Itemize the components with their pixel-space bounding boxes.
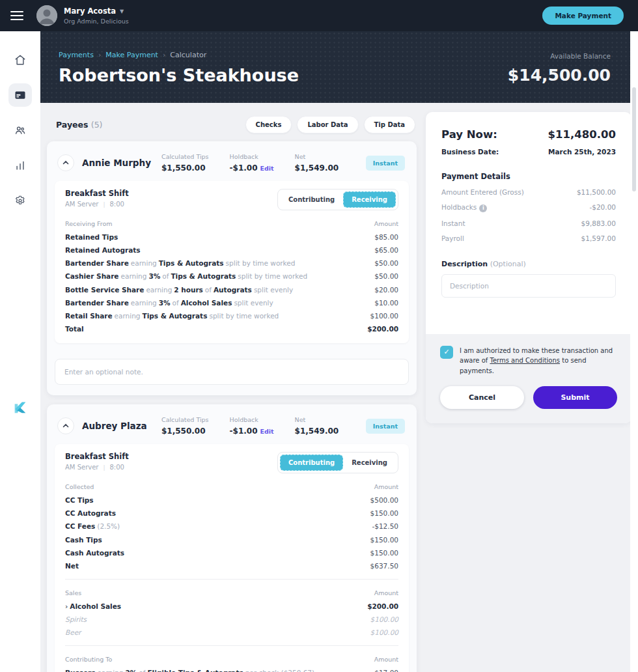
menu-icon[interactable] (10, 11, 23, 20)
table-row[interactable]: ›Alcohol Sales$200.00 (65, 600, 398, 613)
shift-role: AM Server (65, 464, 98, 471)
pay-now-value: $11,480.00 (548, 128, 616, 141)
scrollbar[interactable] (630, 31, 638, 672)
row-label: CC Fees(2.5%) (65, 522, 130, 531)
collected-sales-contributing-table: CollectedAmountCC Tips$500.00CC Autograt… (65, 481, 398, 672)
shift-detail-card: Breakfast Shift AM Server | 8:00 Contrib… (55, 181, 409, 343)
contributing-receiving-toggle: ContributingReceiving (277, 452, 398, 473)
avatar[interactable] (36, 5, 57, 26)
stat-label: Holdback (230, 153, 274, 160)
table-row: Retail ShareearningTips & Autogratssplit… (65, 309, 398, 322)
tip-data-button[interactable]: Tip Data (364, 116, 415, 133)
instant-badge: Instant (366, 156, 405, 171)
authorization-text: I am authorized to make these transactio… (460, 346, 617, 376)
toggle-contributing[interactable]: Contributing (280, 191, 343, 208)
breadcrumb-make-payment[interactable]: Make Payment (105, 51, 158, 59)
breadcrumb-separator: › (163, 51, 165, 59)
reports-icon (14, 160, 26, 171)
payment-details-heading: Payment Details (441, 172, 616, 181)
authorization-checkbox[interactable]: ✓ (440, 346, 453, 359)
sidebar-item-team[interactable] (8, 119, 32, 142)
stat-label: Holdback (230, 416, 274, 423)
sidebar-item-reports[interactable] (8, 154, 32, 177)
table-row: Bussersearning2%ofEligible Tips & Autogr… (65, 666, 398, 672)
payee-name: Annie Murphy (82, 158, 159, 168)
row-label: Retained Tips (65, 232, 128, 242)
kickfin-logo[interactable] (12, 399, 29, 418)
user-name: Mary Acosta (64, 7, 116, 16)
panel-footer: ✓ I am authorized to make these transact… (426, 334, 631, 424)
detail-row: Amount Entered (Gross) $11,500.00 (441, 188, 616, 196)
chevron-up-icon (62, 423, 69, 429)
authorization-row: ✓ I am authorized to make these transact… (440, 346, 617, 376)
row-amount: -$12.50 (372, 522, 398, 531)
table-row: Beer$100.00 (65, 626, 398, 639)
table-row: Spirits$100.00 (65, 613, 398, 626)
edit-holdback-link[interactable]: Edit (260, 165, 274, 172)
note-input[interactable] (55, 359, 409, 385)
page-header: Payments › Make Payment › Calculator Rob… (40, 31, 630, 103)
toggle-contributing[interactable]: Contributing (280, 455, 343, 471)
sidebar (0, 31, 40, 672)
labor-data-button[interactable]: Labor Data (297, 116, 358, 133)
row-amount: $50.00 (374, 272, 398, 281)
shift-time: 8:00 (110, 201, 124, 208)
sidebar-item-settings[interactable] (8, 189, 32, 212)
row-amount: $100.00 (370, 615, 398, 624)
info-icon[interactable]: i (479, 204, 487, 212)
scrollbar-thumb[interactable] (632, 87, 636, 191)
payee-card-aubrey-plaza: Aubrey Plaza Calculated Tips$1,550.00 Ho… (47, 404, 417, 672)
payee-stats: Calculated Tips$1,550.00 Holdback-$1.00E… (159, 416, 339, 436)
calculated-tips-value: $1,550.00 (161, 427, 209, 436)
table-row: CC Tips$500.00 (65, 494, 398, 507)
instant-value: $9,883.00 (581, 219, 616, 227)
make-payment-button[interactable]: Make Payment (542, 7, 624, 25)
table-row: Total$200.00 (65, 322, 398, 335)
checks-button[interactable]: Checks (245, 116, 292, 133)
shift-header: Breakfast Shift AM Server | 8:00 Contrib… (65, 189, 398, 210)
row-label: Bartender ShareearningTips & Autogratssp… (65, 259, 305, 268)
row-amount: $10.00 (374, 298, 398, 307)
holdbacks-value: -$20.00 (589, 203, 616, 211)
user-menu[interactable]: Mary Acosta▼ Org Admin, Delicious (64, 7, 129, 25)
row-amount: $150.00 (370, 509, 398, 518)
row-amount: $200.00 (367, 602, 398, 611)
breadcrumb-payments[interactable]: Payments (59, 51, 94, 59)
pay-now-label: Pay Now: (441, 128, 497, 141)
toggle-receiving[interactable]: Receiving (343, 455, 396, 471)
sidebar-item-payments[interactable] (8, 83, 32, 107)
business-date-value: March 25th, 2023 (548, 148, 616, 156)
payees-header-row: Payees (5) Checks Labor Data Tip Data (47, 112, 417, 141)
submit-button[interactable]: Submit (533, 386, 617, 409)
edit-holdback-link[interactable]: Edit (260, 428, 274, 435)
holdback-value: -$1.00 (230, 427, 258, 436)
chevron-down-icon: ▼ (120, 8, 124, 14)
sidebar-item-home[interactable] (8, 48, 32, 72)
table-row: Bartender ShareearningTips & Autogratssp… (65, 257, 398, 270)
detail-row: Payroll $1,597.00 (441, 234, 616, 242)
toggle-receiving[interactable]: Receiving (343, 191, 396, 208)
row-label: Retained Autograts (65, 245, 150, 255)
available-balance-value: $14,500.00 (508, 66, 611, 85)
row-label: Beer (65, 628, 90, 637)
separator: | (103, 201, 105, 208)
collapse-button[interactable] (57, 417, 74, 434)
payee-name: Aubrey Plaza (82, 421, 159, 431)
payroll-value: $1,597.00 (581, 234, 616, 242)
table-row: Cash Tips$150.00 (65, 533, 398, 546)
terms-link[interactable]: Terms and Conditions (490, 357, 560, 364)
row-label: Cashier Shareearning3%ofTips & Autograts… (65, 272, 317, 281)
page-title: Robertson's Steakhouse (59, 65, 299, 85)
row-amount: $200.00 (367, 324, 398, 333)
chevron-up-icon (62, 160, 69, 166)
available-balance-label: Available Balance (508, 52, 611, 60)
description-input[interactable] (441, 274, 616, 298)
user-role: Org Admin, Delicious (64, 18, 129, 25)
row-amount: $150.00 (370, 548, 398, 557)
cancel-button[interactable]: Cancel (440, 386, 524, 409)
shift-detail-card: Breakfast Shift AM Server | 8:00 Contrib… (55, 444, 409, 672)
row-amount: $100.00 (370, 311, 398, 320)
collapse-button[interactable] (57, 154, 74, 171)
row-label: Cash Autograts (65, 548, 134, 557)
filter-buttons: Checks Labor Data Tip Data (245, 116, 415, 133)
